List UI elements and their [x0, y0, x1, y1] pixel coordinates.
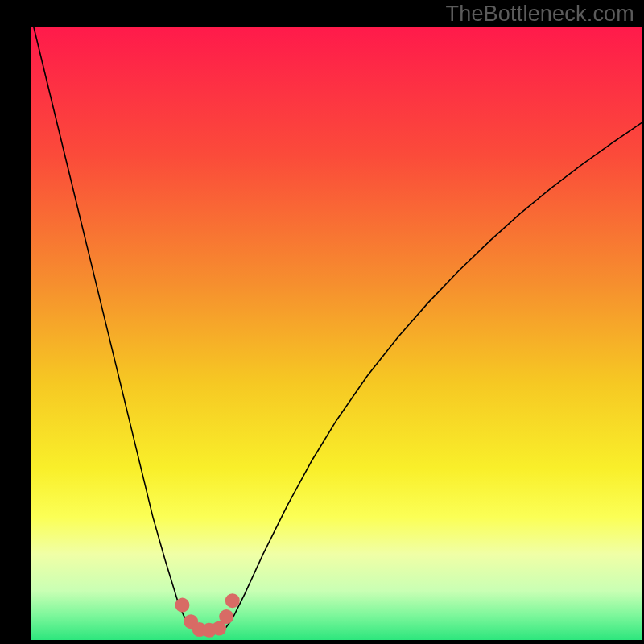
- curve-marker: [219, 609, 233, 624]
- chart-frame: TheBottleneck.com: [0, 0, 644, 644]
- curve-marker: [175, 598, 189, 613]
- watermark-text: TheBottleneck.com: [445, 2, 634, 27]
- plot-area: [31, 27, 642, 640]
- curve-marker: [225, 593, 240, 608]
- plot-background: [31, 27, 642, 640]
- plot-svg: [31, 27, 642, 640]
